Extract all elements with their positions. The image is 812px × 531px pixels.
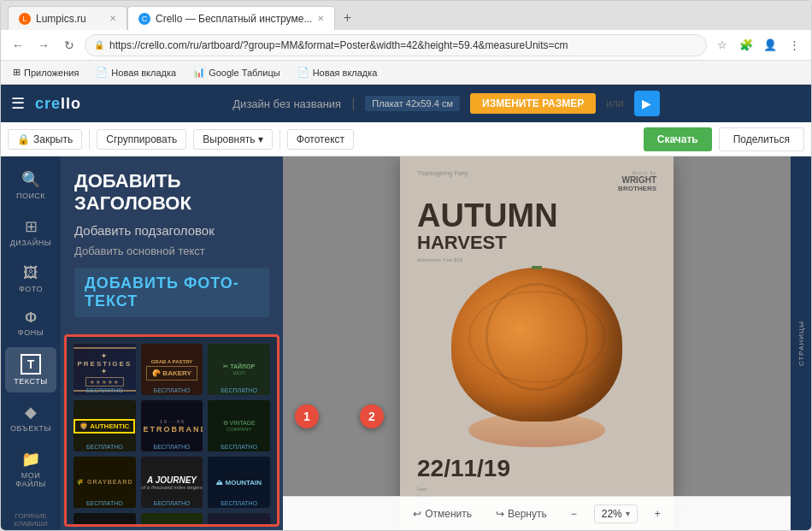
step-badge-2: 2	[360, 404, 384, 428]
extension-icon[interactable]: 🧩	[736, 35, 756, 56]
template-places[interactable]: 15 PLACES TO GO THIS FALL БЕСПЛАТНО	[141, 513, 203, 527]
back-button[interactable]: ←	[8, 35, 28, 56]
tab-lumpics[interactable]: L Lumpics.ru ✕	[8, 6, 127, 30]
template-journey-badge: БЕСПЛАТНО	[154, 500, 191, 506]
poster-title-line2: HARVEST	[417, 232, 656, 254]
toolbar-separator	[89, 129, 90, 150]
url-box[interactable]: 🔒 https://crello.com/ru/artboard/?group=…	[85, 34, 707, 56]
poster-date: 22/11/19	[417, 455, 656, 482]
refresh-button[interactable]: ↻	[59, 35, 79, 56]
redo-button[interactable]: ↪ Вернуть	[489, 504, 554, 523]
lock-small-icon: 🔒	[17, 133, 30, 145]
crello-header: ☰ crello Дизайн без названия | Плакат 42…	[1, 85, 811, 122]
play-button[interactable]: ▶	[634, 91, 660, 116]
template-retro-badge: БЕСПЛАТНО	[154, 444, 191, 450]
align-btn[interactable]: Выровнять ▾	[193, 129, 273, 150]
add-heading-btn[interactable]: ДОБАВИТЬ ЗАГОЛОВОК	[74, 170, 269, 215]
zoom-in-button[interactable]: +	[648, 504, 668, 523]
template-mountain[interactable]: ⛰ MOUNTAIN БЕСПЛАТНО	[208, 457, 270, 508]
text-panel: ДОБАВИТЬ ЗАГОЛОВОК Добавить подзаголовок…	[61, 156, 283, 530]
sidebar-item-designs[interactable]: ⊞ ДИЗАЙНЫ	[5, 210, 56, 254]
texts-icon: T	[21, 354, 41, 375]
bookmark-newtab2-label: Новая вкладка	[313, 68, 378, 78]
undo-button[interactable]: ↩ Отменить	[406, 504, 479, 523]
bookmark-apps-label: Приложения	[24, 68, 79, 78]
zoom-out-icon: −	[571, 508, 577, 520]
poster-image-area	[400, 266, 674, 448]
poster-title-area: AUTUMN HARVEST	[400, 199, 674, 254]
template-retro[interactable]: 1 9 · · · 9 5 RETROBRAND БЕСПЛАТНО	[141, 400, 203, 451]
profile-icon[interactable]: 👤	[760, 35, 780, 56]
template-authentic[interactable]: 🦁 AUTHENTIC БЕСПЛАТНО	[74, 400, 136, 451]
close-toolbar-btn[interactable]: 🔒 Закрыть	[8, 129, 82, 150]
pumpkin-stem	[532, 266, 542, 269]
add-body-btn[interactable]: Добавить основной текст	[74, 245, 269, 257]
template-vintagecompany[interactable]: ⚙ VINTAGE COMPANY БЕСПЛАТНО	[208, 400, 270, 451]
bookmark-newtab2[interactable]: 📄 Новая вкладка	[292, 65, 383, 80]
poster-content: Thanksgiving Party Music by WRIGHT BROTH…	[400, 156, 674, 530]
sidebar-hotkeys[interactable]: ГОРЯЧИЕ КЛАВИШИ	[1, 509, 61, 530]
pumpkin-image	[451, 268, 622, 422]
template-prestige-badge: БЕСПЛАТНО	[86, 387, 123, 393]
zoom-level: 22%	[602, 508, 622, 520]
design-canvas[interactable]: Thanksgiving Party Music by WRIGHT BROTH…	[400, 156, 674, 530]
poster-artist-info: Music by WRIGHT BROTHERS	[618, 170, 656, 192]
search-icon: 🔍	[21, 170, 40, 189]
template-specialoffer[interactable]: SPECIAL OFFER🏷 30% БЕСПЛАТНО	[74, 513, 136, 527]
sidebar-item-fonts[interactable]: Ф ФОНЫ	[5, 304, 56, 344]
resize-button[interactable]: ИЗМЕНИТЕ РАЗМЕР	[470, 93, 596, 114]
poster-top: Thanksgiving Party Music by WRIGHT BROTH…	[400, 156, 674, 199]
add-subheading-btn[interactable]: Добавить подзаголовок	[74, 223, 269, 238]
menu-icon[interactable]: ⋮	[784, 35, 804, 56]
sidebar-item-search[interactable]: 🔍 ПОИСК	[5, 163, 56, 207]
redo-icon: ↪	[496, 508, 504, 520]
canvas-bottom-toolbar: ↩ Отменить ↪ Вернуть − 22% ▾	[283, 496, 791, 530]
objects-icon: ◆	[25, 403, 37, 422]
template-prestige[interactable]: ✦ PRESTIGES ✦★★★★★ БЕСПЛАТНО	[74, 344, 136, 395]
template-bakery[interactable]: GRAB A PASTRY 🥐 BAKERY БЕСПЛАТНО	[141, 344, 203, 395]
left-sidebar: 🔍 ПОИСК ⊞ ДИЗАЙНЫ 🖼 ФОТО Ф ФОНЫ T ТЕ	[1, 156, 61, 530]
template-journey[interactable]: A JOURNEY of a thousand miles begins БЕС…	[141, 457, 203, 508]
address-bar: ← → ↻ 🔒 https://crello.com/ru/artboard/?…	[1, 30, 811, 61]
design-size-badge: Плакат 42x59.4 см	[365, 96, 460, 111]
bookmark-apps[interactable]: ⊞ Приложения	[8, 65, 84, 80]
tab-lumpics-close[interactable]: ✕	[109, 14, 116, 23]
bookmark-sheets[interactable]: 📊 Google Таблицы	[188, 65, 285, 80]
template-graybeard[interactable]: 🌾 GRAYBEARD БЕСПЛАТНО	[74, 457, 136, 508]
phototext-btn[interactable]: Фототекст	[287, 129, 354, 150]
share-button[interactable]: Поделиться	[719, 127, 804, 151]
bookmark-star-icon[interactable]: ☆	[712, 35, 733, 56]
hamburger-menu[interactable]: ☰	[11, 94, 25, 113]
group-btn[interactable]: Сгруппировать	[97, 129, 186, 150]
sidebar-photos-label: ФОТО	[19, 285, 43, 293]
redo-label: Вернуть	[508, 508, 547, 520]
new-tab-button[interactable]: +	[335, 6, 359, 30]
sidebar-item-photos[interactable]: 🖼 ФОТО	[5, 257, 56, 300]
poster-admission: Admission: Fee $18	[400, 254, 674, 266]
zoom-in-icon: +	[655, 508, 661, 520]
add-photo-text-btn[interactable]: ДОБАВИТЬ ФОТО-ТЕКСТ	[74, 268, 269, 317]
tab-crello-close[interactable]: ✕	[317, 14, 324, 23]
canvas-area: 1 2 Thanksgiving Party Music by WRIGHT B…	[283, 156, 791, 530]
forward-button[interactable]: →	[33, 35, 54, 56]
zoom-out-button[interactable]: −	[564, 504, 584, 523]
url-text: https://crello.com/ru/artboard/?group=MM…	[109, 39, 697, 51]
sidebar-myfiles-label: МОИ ФАЙЛЫ	[9, 471, 53, 488]
template-extra[interactable]: ··· БЕСПЛАТНО	[208, 513, 270, 527]
bookmark-newtab1[interactable]: 📄 Новая вкладка	[91, 65, 181, 80]
zoom-dropdown-icon: ▾	[626, 509, 630, 518]
myfiles-icon: 📁	[21, 450, 40, 469]
bookmark-sheets-label: Google Таблицы	[209, 68, 279, 78]
template-tailor[interactable]: ✂ ТАЙЛОР ШОП БЕСПЛАТНО	[208, 344, 270, 395]
address-bar-icons: ☆ 🧩 👤 ⋮	[712, 35, 804, 56]
zoom-display[interactable]: 22% ▾	[594, 504, 638, 523]
design-title: Дизайн без названия	[232, 97, 341, 110]
tab-bar: L Lumpics.ru ✕ C Crello — Бесплатный инс…	[1, 1, 811, 30]
sidebar-item-texts[interactable]: T ТЕКСТЫ	[5, 347, 56, 392]
template-retro-inner: RETROBRAND	[141, 425, 203, 434]
tab-crello[interactable]: C Crello — Бесплатный инструме... ✕	[127, 6, 335, 30]
templates-grid-area: ✦ PRESTIGES ✦★★★★★ БЕСПЛАТНО GRAB A PAST…	[64, 334, 279, 527]
sidebar-item-myfiles[interactable]: 📁 МОИ ФАЙЛЫ	[5, 443, 56, 495]
sidebar-item-objects[interactable]: ◆ ОБЪЕКТЫ	[5, 396, 56, 440]
download-button[interactable]: Скачать	[644, 127, 712, 151]
